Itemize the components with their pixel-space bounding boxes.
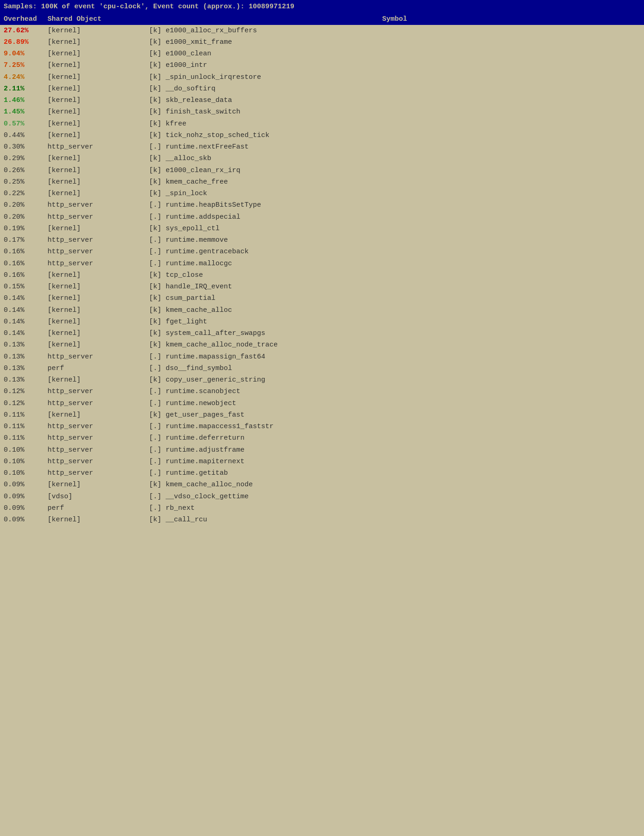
cell-symbol: [k] fget_light [149,316,640,327]
cell-shared-obj: [kernel] [48,25,149,36]
cell-overhead: 0.09% [4,479,48,490]
table-row: 0.11%http_server[.] runtime.deferreturn [0,432,644,444]
table-row: 2.11%[kernel][k] __do_softirq [0,83,644,95]
cell-overhead: 0.14% [4,328,48,339]
table-row: 0.10%http_server[.] runtime.getitab [0,467,644,479]
cell-overhead: 1.45% [4,107,48,117]
cell-symbol: [.] runtime.memmove [149,235,640,245]
cell-symbol: [k] kfree [149,119,640,129]
table-row: 0.09%[kernel][k] __call_rcu [0,514,644,525]
header-line1: Samples: 100K of event 'cpu-clock', Even… [4,3,294,11]
table-row: 0.10%http_server[.] runtime.adjustframe [0,444,644,456]
cell-symbol: [.] rb_next [149,503,640,514]
cell-shared-obj: [kernel] [48,305,149,316]
cell-symbol: [k] e1000_clean_rx_irq [149,165,640,176]
cell-shared-obj: [kernel] [48,293,149,304]
cell-overhead: 0.10% [4,456,48,467]
cell-overhead: 0.22% [4,188,48,199]
table-row: 1.46%[kernel][k] skb_release_data [0,95,644,106]
cell-shared-obj: http_server [48,468,149,478]
table-row: 9.04%[kernel][k] e1000_clean [0,48,644,60]
cell-overhead: 0.29% [4,153,48,164]
cell-overhead: 0.20% [4,200,48,210]
cell-overhead: 0.16% [4,246,48,257]
cell-symbol: [k] kmem_cache_alloc_node [149,479,640,490]
cell-overhead: 0.44% [4,130,48,141]
table-row: 1.45%[kernel][k] finish_task_switch [0,106,644,118]
cell-shared-obj: http_server [48,456,149,467]
cell-shared-obj: http_server [48,235,149,245]
table-row: 0.13%http_server[.] runtime.mapassign_fa… [0,351,644,363]
cell-shared-obj: [kernel] [48,177,149,187]
col-header-overhead: Overhead [4,15,48,23]
table-row: 0.20%http_server[.] runtime.addspecial [0,211,644,223]
cell-shared-obj: http_server [48,421,149,432]
cell-symbol: [k] _spin_unlock_irqrestore [149,72,640,83]
cell-symbol: [k] skb_release_data [149,95,640,106]
cell-overhead: 0.13% [4,352,48,362]
data-table: 27.62%[kernel][k] e1000_alloc_rx_buffers… [0,25,644,526]
table-row: 0.29%[kernel][k] __alloc_skb [0,153,644,164]
cell-shared-obj: [kernel] [48,107,149,117]
table-row: 0.13%perf[.] dso__find_symbol [0,363,644,374]
table-row: 0.09%[vdso][.] __vdso_clock_gettime [0,491,644,502]
cell-symbol: [k] __alloc_skb [149,153,640,164]
cell-symbol: [k] get_user_pages_fast [149,410,640,420]
cell-symbol: [.] runtime.heapBitsSetType [149,200,640,210]
cell-symbol: [.] runtime.mapassign_fast64 [149,352,640,362]
cell-shared-obj: [kernel] [48,479,149,490]
table-row: 0.16%http_server[.] runtime.mallocgc [0,258,644,269]
cell-overhead: 0.12% [4,398,48,409]
cell-symbol: [.] runtime.addspecial [149,212,640,222]
cell-overhead: 0.13% [4,363,48,374]
cell-symbol: [k] copy_user_generic_string [149,375,640,385]
cell-overhead: 27.62% [4,25,48,36]
cell-overhead: 0.15% [4,281,48,292]
col-header-symbol: Symbol [149,15,640,23]
cell-symbol: [k] system_call_after_swapgs [149,328,640,339]
cell-overhead: 0.09% [4,503,48,514]
cell-overhead: 0.12% [4,386,48,397]
cell-symbol: [.] runtime.gentraceback [149,246,640,257]
cell-overhead: 0.11% [4,433,48,443]
cell-shared-obj: [kernel] [48,37,149,48]
cell-overhead: 0.57% [4,119,48,129]
cell-shared-obj: [kernel] [48,340,149,350]
table-row: 0.15%[kernel][k] handle_IRQ_event [0,281,644,293]
table-row: 0.30%http_server[.] runtime.nextFreeFast [0,141,644,153]
cell-overhead: 0.09% [4,514,48,525]
cell-symbol: [.] runtime.scanobject [149,386,640,397]
cell-shared-obj: [kernel] [48,514,149,525]
cell-symbol: [k] finish_task_switch [149,107,640,117]
cell-overhead: 0.14% [4,305,48,316]
table-row: 0.14%[kernel][k] kmem_cache_alloc [0,305,644,316]
cell-symbol: [k] tick_nohz_stop_sched_tick [149,130,640,141]
table-row: 0.19%[kernel][k] sys_epoll_ctl [0,223,644,234]
cell-symbol: [k] e1000_alloc_rx_buffers [149,25,640,36]
cell-overhead: 0.19% [4,223,48,234]
cell-symbol: [.] runtime.mapaccess1_faststr [149,421,640,432]
cell-shared-obj: perf [48,503,149,514]
cell-overhead: 0.10% [4,468,48,478]
col-header-shared: Shared Object [48,15,149,23]
cell-symbol: [.] __vdso_clock_gettime [149,491,640,502]
cell-shared-obj: perf [48,363,149,374]
cell-shared-obj: [kernel] [48,84,149,94]
table-row: 0.25%[kernel][k] kmem_cache_free [0,176,644,188]
cell-shared-obj: http_server [48,433,149,443]
table-row: 0.11%http_server[.] runtime.mapaccess1_f… [0,421,644,432]
cell-overhead: 0.16% [4,270,48,281]
table-row: 0.14%[kernel][k] system_call_after_swapg… [0,328,644,339]
cell-symbol: [k] _spin_lock [149,188,640,199]
cell-symbol: [k] __do_softirq [149,84,640,94]
table-row: 0.11%[kernel][k] get_user_pages_fast [0,409,644,421]
cell-shared-obj: [kernel] [48,188,149,199]
cell-shared-obj: [kernel] [48,60,149,71]
cell-overhead: 2.11% [4,84,48,94]
cell-shared-obj: [kernel] [48,223,149,234]
cell-shared-obj: [kernel] [48,48,149,59]
cell-overhead: 0.20% [4,212,48,222]
table-row: 0.12%http_server[.] runtime.newobject [0,398,644,409]
table-row: 26.89%[kernel][k] e1000_xmit_frame [0,36,644,48]
cell-shared-obj: http_server [48,445,149,455]
